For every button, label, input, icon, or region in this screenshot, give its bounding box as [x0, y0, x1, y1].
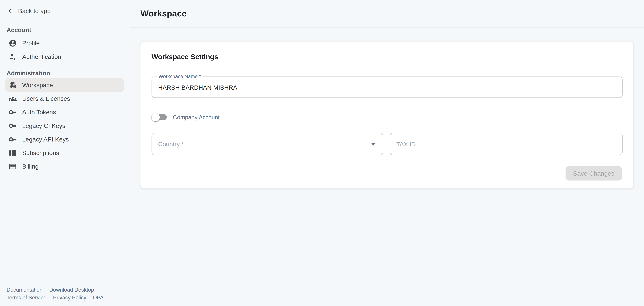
footer-separator: · [45, 286, 47, 293]
footer-link-download-desktop[interactable]: Download Desktop [49, 286, 94, 293]
nav-group-administration: Workspace Users & Licenses Auth Tokens L… [0, 78, 129, 173]
sidebar-footer: Documentation·Download Desktop Terms of … [6, 286, 104, 301]
save-changes-button[interactable]: Save Changes [566, 166, 622, 181]
country-select[interactable]: Country * [152, 133, 383, 155]
footer-separator: · [49, 294, 50, 301]
page-header: Workspace [130, 0, 644, 28]
app-root: Back to app Account Profile Authenticati… [0, 0, 644, 306]
sidebar-item-legacy-ci-keys[interactable]: Legacy CI Keys [5, 119, 124, 132]
key-icon [8, 108, 17, 116]
section-heading-account: Account [6, 26, 31, 33]
sidebar-item-auth-tokens[interactable]: Auth Tokens [5, 105, 124, 119]
sidebar-item-label: Billing [22, 163, 38, 170]
footer-link-privacy-policy[interactable]: Privacy Policy [53, 294, 86, 301]
sidebar-item-authentication[interactable]: Authentication [5, 50, 124, 63]
sidebar-item-label: Authentication [22, 53, 61, 60]
footer-row-2: Terms of Service·Privacy Policy·DPA [6, 294, 104, 301]
credit-card-icon [8, 162, 17, 171]
card-title: Workspace Settings [152, 53, 218, 61]
columns-icon [8, 149, 17, 157]
footer-link-terms-of-service[interactable]: Terms of Service [6, 294, 46, 301]
company-account-switch[interactable] [152, 113, 167, 122]
back-to-app-button[interactable]: Back to app [6, 7, 50, 14]
sidebar-item-label: Users & Licenses [22, 95, 70, 102]
company-account-toggle-row: Company Account [152, 113, 220, 122]
key-icon [8, 135, 17, 143]
section-heading-administration: Administration [6, 70, 50, 77]
sidebar-item-label: Auth Tokens [22, 108, 56, 116]
sidebar-item-label: Profile [22, 39, 40, 47]
tax-id-input[interactable] [390, 133, 622, 155]
building-icon [8, 81, 17, 89]
workspace-name-input[interactable] [152, 77, 622, 97]
back-to-app-label: Back to app [18, 7, 50, 14]
sidebar-item-label: Legacy CI Keys [22, 122, 65, 129]
workspace-name-label: Workspace Name * [156, 74, 203, 79]
workspace-settings-card: Workspace Settings Workspace Name * Comp… [140, 41, 634, 189]
sidebar-item-users-licenses[interactable]: Users & Licenses [5, 92, 124, 105]
main-content: Workspace Workspace Settings Workspace N… [130, 0, 644, 306]
nav-group-account: Profile Authentication [0, 36, 129, 63]
sidebar-item-label: Legacy API Keys [22, 136, 69, 143]
tax-id-field [390, 133, 622, 155]
arrow-drop-down-icon [371, 143, 376, 145]
key-icon [8, 121, 17, 130]
settings-sidebar: Back to app Account Profile Authenticati… [0, 0, 130, 306]
chevron-left-icon [6, 8, 13, 14]
page-title: Workspace [140, 9, 187, 19]
company-account-label: Company Account [173, 114, 220, 120]
country-select-label: Country * [158, 140, 184, 147]
switch-thumb [152, 113, 160, 121]
footer-link-documentation[interactable]: Documentation [6, 286, 42, 293]
footer-link-dpa[interactable]: DPA [93, 294, 104, 301]
sidebar-item-billing[interactable]: Billing [5, 160, 124, 173]
sidebar-item-subscriptions[interactable]: Subscriptions [5, 146, 124, 160]
footer-separator: · [89, 294, 90, 301]
people-group-icon [8, 94, 17, 103]
person-key-icon [8, 52, 17, 61]
sidebar-item-workspace[interactable]: Workspace [5, 78, 124, 92]
sidebar-item-label: Subscriptions [22, 149, 59, 156]
sidebar-item-profile[interactable]: Profile [5, 36, 124, 50]
workspace-name-field: Workspace Name * [152, 76, 622, 98]
person-circle-icon [8, 39, 17, 47]
sidebar-item-legacy-api-keys[interactable]: Legacy API Keys [5, 132, 124, 146]
sidebar-item-label: Workspace [22, 81, 53, 88]
footer-row-1: Documentation·Download Desktop [6, 286, 104, 294]
